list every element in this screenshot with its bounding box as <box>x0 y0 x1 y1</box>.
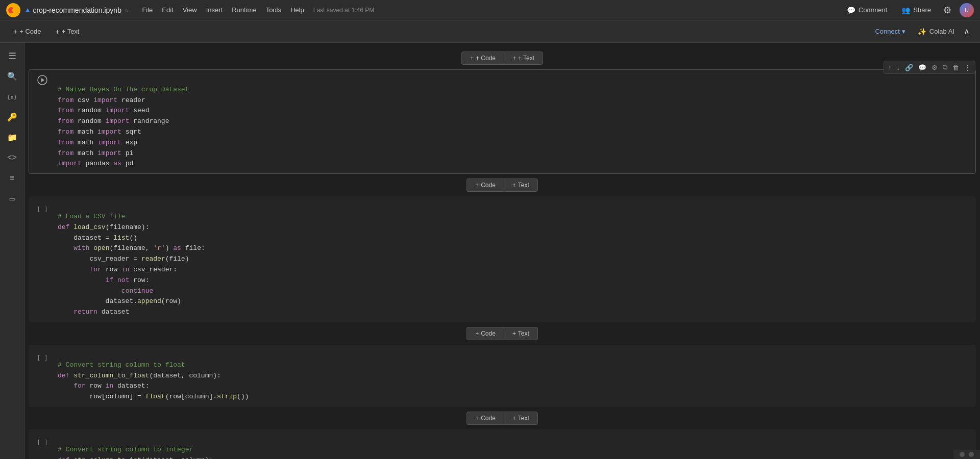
menu-edit[interactable]: Edit <box>158 4 177 16</box>
connect-chevron-icon: ▾ <box>902 28 905 35</box>
cell-1-code[interactable]: # Naive Bayes On The crop Dataset from c… <box>56 70 975 173</box>
cell-move-down-button[interactable]: ↓ <box>895 63 902 72</box>
add-text-button[interactable]: + + Text <box>50 24 84 39</box>
cell-4-content: [ ] # Convert string column to integer d… <box>29 430 975 459</box>
cell-2-bracket: [ ] <box>37 201 48 213</box>
menu-view[interactable]: View <box>179 4 201 16</box>
sidebar-menu-icon[interactable]: ☰ <box>3 47 21 65</box>
cell-3-run-area: [ ] <box>29 345 56 366</box>
sidebar-secrets-icon[interactable]: 🔑 <box>3 108 21 126</box>
share-button[interactable]: 👥 Share <box>897 4 935 16</box>
cell-1-content: # Naive Bayes On The crop Dataset from c… <box>29 70 975 173</box>
cell-3-content: [ ] # Convert string column to float def… <box>29 345 975 406</box>
add-text-label: + Text <box>62 28 80 35</box>
insert-text-label: + Text <box>518 55 534 62</box>
sidebar-search-icon[interactable]: 🔍 <box>3 67 21 86</box>
share-icon: 👥 <box>901 6 910 14</box>
add-code-button[interactable]: + + Code <box>8 24 46 39</box>
top-right-area: 💬 Comment 👥 Share ⚙ U <box>843 3 974 18</box>
insert-code-button-1[interactable]: + Code <box>467 178 504 192</box>
comment-label: Comment <box>859 6 887 14</box>
avatar[interactable]: U <box>960 3 974 17</box>
plus-code-icon: + <box>13 28 17 36</box>
cell-1-run-button[interactable] <box>36 74 48 86</box>
cell-copy-button[interactable]: ⧉ <box>941 62 949 72</box>
cell-delete-button[interactable]: 🗑 <box>950 63 961 72</box>
notebook-title-area: ▲ crop-recommendation.ipynb ☆ <box>26 6 129 14</box>
insert-text-button-1[interactable]: + Text <box>504 178 538 192</box>
add-code-label: + Code <box>19 28 41 35</box>
sidebar-terminal-icon[interactable]: ▭ <box>3 190 21 208</box>
status-dot-2 <box>969 452 974 457</box>
status-dot-1 <box>960 452 965 457</box>
sidebar-files-icon[interactable]: 📁 <box>3 129 21 147</box>
cell-insert-bar-3: + Code + Text <box>24 409 980 427</box>
connect-label: Connect <box>875 28 899 35</box>
notebook-content: + + Code + + Text ↑ ↓ 🔗 💬 ⚙ ⧉ 🗑 ⋮ <box>24 43 980 459</box>
colab-ai-label: Colab AI <box>929 28 954 35</box>
sparkle-icon: ✨ <box>918 28 926 36</box>
cell-1-run-area <box>29 70 56 90</box>
insert-text-button-top[interactable]: + + Text <box>504 52 543 65</box>
insert-text-plus-icon: + <box>512 55 516 62</box>
share-label: Share <box>913 6 931 14</box>
comment-icon: 💬 <box>847 6 855 14</box>
cell-3-code[interactable]: # Convert string column to float def str… <box>56 345 975 406</box>
sidebar: ☰ 🔍 {x} 🔑 📁 <> ≡ ▭ <box>0 43 24 459</box>
insert-text-button-2[interactable]: + Text <box>504 327 538 340</box>
sidebar-code-icon[interactable]: <> <box>3 149 21 167</box>
insert-code-button-3[interactable]: + Code <box>467 412 504 425</box>
cell-4: [ ] # Convert string column to integer d… <box>29 429 976 459</box>
last-saved: Last saved at 1:46 PM <box>313 7 374 14</box>
menu-tools[interactable]: Tools <box>262 4 285 16</box>
status-bar <box>953 450 980 459</box>
menu-bar: File Edit View Insert Runtime Tools Help… <box>138 4 374 16</box>
cell-link-button[interactable]: 🔗 <box>903 63 915 72</box>
cell-settings-button[interactable]: ⚙ <box>929 63 940 72</box>
menu-insert[interactable]: Insert <box>202 4 227 16</box>
colab-logo <box>6 3 20 17</box>
notebook-toolbar: + + Code + + Text Connect ▾ ✨ Colab AI ∧ <box>0 20 980 43</box>
cell-4-bracket: [ ] <box>37 434 48 446</box>
cell-1: ↑ ↓ 🔗 💬 ⚙ ⧉ 🗑 ⋮ # Naiv <box>29 69 976 174</box>
connect-button[interactable]: Connect ▾ <box>870 24 910 38</box>
insert-text-button-3[interactable]: + Text <box>504 412 538 425</box>
cell-more-button[interactable]: ⋮ <box>962 63 973 72</box>
cell-3-bracket: [ ] <box>37 349 48 362</box>
settings-button[interactable]: ⚙ <box>941 3 953 18</box>
drive-icon: ▲ <box>26 6 30 14</box>
cell-4-code[interactable]: # Convert string column to integer def s… <box>56 430 975 459</box>
top-cell-insert-bar: + + Code + + Text <box>24 49 980 67</box>
notebook-title[interactable]: crop-recommendation.ipynb <box>33 6 121 14</box>
menu-file[interactable]: File <box>138 4 157 16</box>
insert-code-plus-icon: + <box>470 55 474 62</box>
cell-2-code[interactable]: # Load a CSV file def load_csv(filename)… <box>56 197 975 322</box>
cell-1-toolbar: ↑ ↓ 🔗 💬 ⚙ ⧉ 🗑 ⋮ <box>884 61 975 74</box>
cell-2-content: [ ] # Load a CSV file def load_csv(filen… <box>29 197 975 322</box>
insert-code-label: + Code <box>476 55 496 62</box>
cell-2-run-area: [ ] <box>29 197 56 217</box>
colab-ai-button[interactable]: ✨ Colab AI <box>913 24 960 39</box>
svg-point-2 <box>12 7 18 13</box>
cell-move-up-button[interactable]: ↑ <box>886 63 894 72</box>
cell-comment-button[interactable]: 💬 <box>916 63 928 72</box>
cell-insert-bar-2: + Code + Text <box>24 324 980 343</box>
cell-2: [ ] # Load a CSV file def load_csv(filen… <box>29 196 976 322</box>
sidebar-variables-icon[interactable]: {x} <box>3 88 21 106</box>
insert-code-button-2[interactable]: + Code <box>467 327 504 340</box>
cell-4-run-area: [ ] <box>29 430 56 450</box>
cell-insert-bar-1: + Code + Text <box>24 176 980 194</box>
insert-code-button-top[interactable]: + + Code <box>461 52 504 65</box>
svg-marker-4 <box>41 78 44 82</box>
topbar: ▲ crop-recommendation.ipynb ☆ File Edit … <box>0 0 980 20</box>
menu-runtime[interactable]: Runtime <box>228 4 260 16</box>
plus-text-icon: + <box>55 28 59 36</box>
star-icon[interactable]: ☆ <box>125 6 129 14</box>
cell-3: [ ] # Convert string column to float def… <box>29 345 976 407</box>
sidebar-snippets-icon[interactable]: ≡ <box>3 169 21 188</box>
comment-button[interactable]: 💬 Comment <box>843 4 891 16</box>
menu-help[interactable]: Help <box>286 4 308 16</box>
collapse-button[interactable]: ∧ <box>962 24 972 38</box>
main-area: ☰ 🔍 {x} 🔑 📁 <> ≡ ▭ + + Code + + Text ↑ ↓ <box>0 43 980 459</box>
